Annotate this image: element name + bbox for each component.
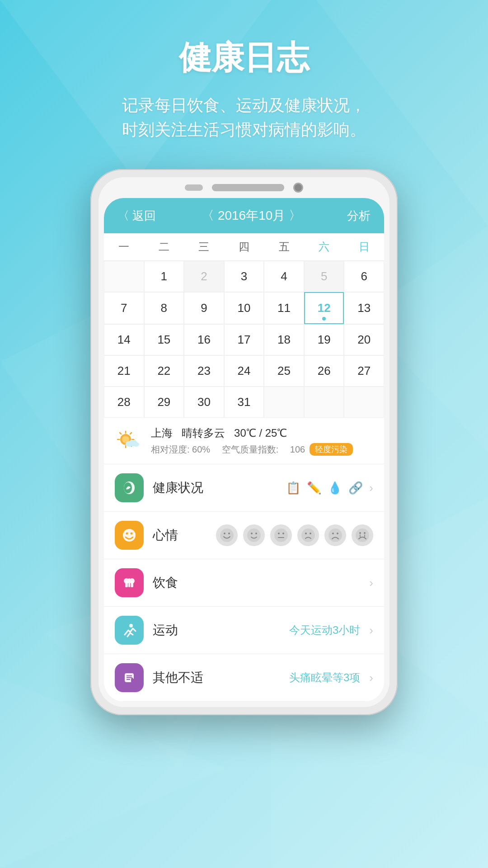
calendar-day-26[interactable]: 26 (304, 355, 344, 387)
svg-point-20 (133, 442, 139, 447)
clipboard-icon[interactable]: 📋 (286, 481, 300, 495)
svg-point-33 (278, 533, 280, 534)
mood-happy[interactable] (243, 524, 265, 546)
health-chevron: › (369, 481, 373, 495)
calendar-day-27[interactable]: 27 (344, 355, 384, 387)
other-hint: 头痛眩晕等3项 (289, 670, 360, 685)
calendar-day-15[interactable]: 15 (144, 324, 184, 355)
calendar-day-14[interactable]: 14 (104, 324, 144, 355)
health-status-item[interactable]: 健康状况 📋 ✏️ 💧 🔗 › (104, 464, 384, 512)
diet-chevron: › (369, 576, 373, 590)
weekday-tue: 二 (144, 233, 184, 260)
app-header: 〈 返回 〈 2016年10月 〉 分析 (104, 198, 384, 233)
calendar-day-9[interactable]: 9 (184, 292, 224, 324)
svg-point-32 (274, 528, 288, 542)
phone-middle: 〈 返回 〈 2016年10月 〉 分析 一 二 三 (99, 177, 389, 707)
health-status-label: 健康状况 (153, 479, 277, 496)
calendar-day-1[interactable]: 1 (144, 261, 184, 292)
calendar-day-19[interactable]: 19 (304, 324, 344, 355)
svg-point-30 (251, 533, 253, 534)
phone-speaker-left (185, 184, 203, 191)
svg-point-39 (328, 528, 342, 542)
svg-point-28 (228, 533, 230, 534)
water-icon[interactable]: 💧 (328, 481, 342, 495)
calendar-day-7[interactable]: 7 (104, 292, 144, 324)
hero-title: 健康日志 (179, 36, 309, 80)
phone-speaker-center (212, 184, 284, 191)
weather-main: 上海 晴转多云 30℃ / 25℃ (151, 426, 373, 440)
diet-item[interactable]: 饮食 › (104, 559, 384, 607)
svg-point-19 (126, 441, 133, 447)
other-chevron: › (369, 671, 373, 685)
svg-rect-48 (131, 581, 133, 587)
calendar-day-20[interactable]: 20 (344, 324, 384, 355)
mood-label: 心情 (153, 527, 207, 544)
calendar-day-28[interactable]: 28 (104, 387, 144, 418)
calendar-day-empty4 (344, 387, 384, 418)
hero-subtitle: 记录每日饮食、运动及健康状况， 时刻关注生活习惯对病情的影响。 (95, 93, 393, 142)
calendar-day-25[interactable]: 25 (264, 355, 304, 387)
calendar-day-30[interactable]: 30 (184, 387, 224, 418)
calendar-day-3[interactable]: 3 (224, 261, 264, 292)
svg-point-38 (310, 533, 311, 534)
svg-point-36 (301, 528, 315, 542)
svg-point-40 (332, 533, 334, 534)
calendar-day-24[interactable]: 24 (224, 355, 264, 387)
calendar-day-16[interactable]: 16 (184, 324, 224, 355)
mood-sad[interactable] (297, 524, 319, 546)
analysis-button[interactable]: 分析 (347, 208, 371, 224)
mood-icon (115, 521, 144, 550)
edit-icon[interactable]: ✏️ (307, 481, 321, 495)
page-content: 健康日志 记录每日饮食、运动及健康状况， 时刻关注生活习惯对病情的影响。 〈 返… (0, 0, 488, 715)
calendar-weekdays: 一 二 三 四 五 六 日 (104, 233, 384, 261)
calendar-day-11[interactable]: 11 (264, 292, 304, 324)
phone-camera (293, 183, 303, 193)
today-dot (322, 317, 326, 321)
calendar-day-2[interactable]: 2 (184, 261, 224, 292)
calendar-grid: 1 2 3 4 5 6 7 8 9 10 11 12 (104, 261, 384, 418)
link-icon[interactable]: 🔗 (348, 481, 363, 495)
mood-very-sad[interactable] (324, 524, 346, 546)
diet-icon (115, 568, 144, 597)
exercise-item[interactable]: 运动 今天运动3小时 › (104, 607, 384, 654)
svg-rect-47 (125, 581, 128, 587)
calendar-day-empty3 (304, 387, 344, 418)
other-item[interactable]: 其他不适 头痛眩晕等3项 › (104, 654, 384, 702)
health-icon (115, 473, 144, 502)
calendar-day-21[interactable]: 21 (104, 355, 144, 387)
mood-neutral[interactable] (270, 524, 292, 546)
calendar-day-17[interactable]: 17 (224, 324, 264, 355)
mood-crying[interactable] (352, 524, 373, 546)
calendar-day-13[interactable]: 13 (344, 292, 384, 324)
svg-rect-49 (128, 578, 130, 587)
weekday-wed: 三 (184, 233, 224, 260)
svg-point-41 (337, 533, 338, 534)
calendar-day-8[interactable]: 8 (144, 292, 184, 324)
mood-item[interactable]: 心情 (104, 512, 384, 559)
calendar-day-10[interactable]: 10 (224, 292, 264, 324)
svg-point-34 (282, 533, 284, 534)
calendar-day-18[interactable]: 18 (264, 324, 304, 355)
back-button[interactable]: 〈 返回 (117, 208, 156, 224)
calendar-day-empty (104, 261, 144, 292)
mood-very-happy[interactable] (216, 524, 238, 546)
exercise-chevron: › (369, 623, 373, 637)
calendar-day-23[interactable]: 23 (184, 355, 224, 387)
calendar-day-6[interactable]: 6 (344, 261, 384, 292)
phone-top-bar (104, 183, 384, 193)
svg-point-23 (123, 529, 136, 542)
calendar-day-29[interactable]: 29 (144, 387, 184, 418)
calendar-day-31[interactable]: 31 (224, 387, 264, 418)
calendar-day-5[interactable]: 5 (304, 261, 344, 292)
weather-info: 上海 晴转多云 30℃ / 25℃ 相对湿度: 60% 空气质量指数: 106 … (151, 426, 373, 456)
calendar-day-12[interactable]: 12 (304, 292, 344, 324)
weather-details: 相对湿度: 60% 空气质量指数: 106 轻度污染 (151, 443, 373, 456)
calendar-day-22[interactable]: 22 (144, 355, 184, 387)
exercise-hint: 今天运动3小时 (289, 623, 360, 637)
diet-label: 饮食 (153, 574, 360, 591)
svg-point-31 (255, 533, 257, 534)
svg-rect-55 (131, 679, 134, 682)
health-actions: 📋 ✏️ 💧 🔗 › (286, 481, 373, 495)
calendar-day-4[interactable]: 4 (264, 261, 304, 292)
weekday-thu: 四 (224, 233, 264, 260)
